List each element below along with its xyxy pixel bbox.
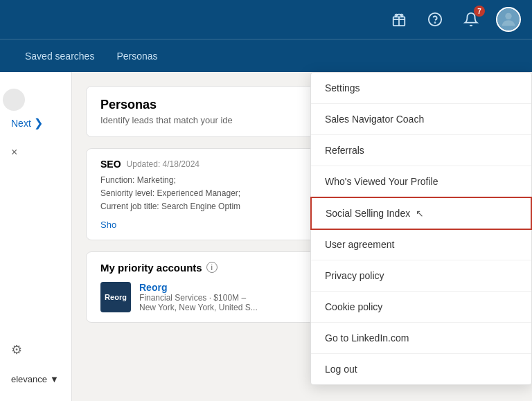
notifications-icon-button[interactable]: 7 (460, 8, 482, 30)
dropdown-item-user-agreement[interactable]: User agreement (311, 229, 531, 260)
relevance-label: elevance (11, 374, 47, 384)
seniority-label: Seniority level: (100, 188, 154, 198)
svg-point-3 (505, 13, 511, 19)
sidebar-circle-icon (3, 89, 25, 111)
main-content: Next ❯ × ⚙ elevance ▼ Personas Identify … (0, 72, 532, 401)
notification-badge: 7 (474, 6, 485, 17)
dropdown-item-social-selling-index[interactable]: Social Selling Index↖ (310, 197, 532, 230)
dropdown-item-sales-navigator-coach[interactable]: Sales Navigator Coach (311, 104, 531, 135)
dropdown-item-go-to-linkedin.com[interactable]: Go to LinkedIn.com (311, 323, 531, 354)
tab-personas[interactable]: Personas (105, 39, 168, 73)
job-title-value: Search Engine Optim (161, 202, 240, 211)
close-button[interactable]: × (0, 141, 71, 164)
reorg-company-location: New York, New York, United S... (139, 303, 258, 312)
gear-button[interactable]: ⚙ (0, 337, 71, 363)
seo-title: SEO (100, 159, 121, 170)
nav-icons-group: 7 (388, 7, 521, 32)
reorg-info: Reorg Financial Services · $100M – New Y… (139, 282, 258, 312)
reorg-company-industry: Financial Services · $100M – (139, 293, 258, 303)
function-label: Function: (100, 175, 134, 185)
relevance-sort-button[interactable]: elevance ▼ (0, 368, 71, 390)
seniority-value: Experienced Manager; (157, 188, 240, 198)
job-title-label: Current job title: (100, 202, 159, 211)
top-navigation: 7 (0, 0, 532, 39)
gift-icon-button[interactable] (388, 8, 410, 30)
left-sidebar: Next ❯ × ⚙ elevance ▼ (0, 72, 72, 401)
reorg-company-name: Reorg (139, 282, 258, 293)
dropdown-item-log-out[interactable]: Log out (311, 354, 531, 384)
dropdown-item-privacy-policy[interactable]: Privacy policy (311, 260, 531, 292)
svg-point-2 (435, 22, 436, 23)
avatar (497, 8, 520, 30)
dropdown-arrow-icon: ▼ (50, 374, 59, 384)
reorg-logo: Reorg (100, 282, 131, 312)
tab-saved-searches[interactable]: Saved searches (14, 39, 105, 73)
next-label: Next (11, 118, 31, 129)
dropdown-item-who's-viewed-your-profile[interactable]: Who's Viewed Your Profile (311, 166, 531, 197)
help-icon-button[interactable] (424, 8, 446, 30)
cursor-pointer-icon: ↖ (416, 208, 424, 219)
dropdown-item-referrals[interactable]: Referrals (311, 135, 531, 166)
dropdown-item-settings[interactable]: Settings (311, 73, 531, 104)
secondary-navigation: Saved searches Personas (0, 39, 532, 72)
next-button[interactable]: Next ❯ (0, 111, 71, 135)
profile-avatar-button[interactable] (496, 7, 521, 32)
seo-updated-date: Updated: 4/18/2024 (127, 159, 200, 169)
dropdown-item-cookie-policy[interactable]: Cookie policy (311, 292, 531, 323)
profile-dropdown-menu: SettingsSales Navigator CoachReferralsWh… (310, 72, 532, 385)
chevron-right-icon: ❯ (34, 116, 43, 130)
function-value: Marketing; (137, 175, 176, 185)
info-icon: i (206, 262, 218, 273)
